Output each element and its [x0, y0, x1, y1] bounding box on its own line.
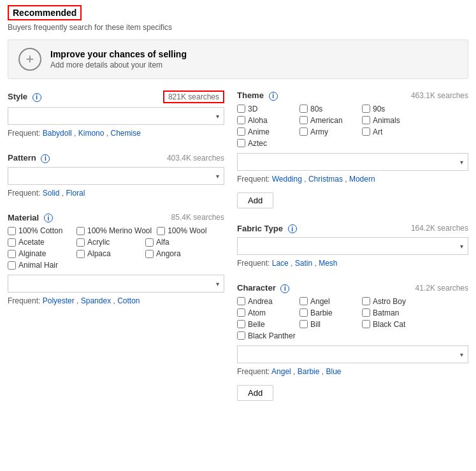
- material-checkbox-item[interactable]: Animal Hair: [8, 261, 71, 270]
- character-checkbox[interactable]: [237, 308, 245, 317]
- theme-checkbox[interactable]: [299, 127, 308, 136]
- material-checkbox-item[interactable]: Acrylic: [76, 238, 140, 247]
- theme-checkbox-item[interactable]: Aztec: [237, 139, 294, 148]
- character-checkbox-item[interactable]: Batman: [362, 308, 419, 317]
- improve-icon[interactable]: +: [18, 48, 41, 71]
- theme-dropdown[interactable]: [237, 153, 468, 171]
- pattern-info-icon[interactable]: i: [41, 154, 50, 163]
- character-checkbox-label: Belle: [248, 320, 265, 329]
- material-info-icon[interactable]: i: [44, 214, 53, 222]
- theme-checkbox-item[interactable]: Animals: [362, 116, 419, 125]
- theme-checkbox-item[interactable]: Anime: [237, 127, 294, 136]
- style-link-babydoll[interactable]: Babydoll: [43, 129, 72, 138]
- theme-checkbox[interactable]: [299, 105, 308, 113]
- character-checkbox[interactable]: [362, 297, 370, 305]
- style-info-icon[interactable]: i: [32, 93, 41, 102]
- theme-checkbox[interactable]: [237, 127, 245, 136]
- theme-checkbox[interactable]: [237, 116, 245, 124]
- theme-checkbox-label: Army: [310, 127, 328, 136]
- material-checkbox[interactable]: [76, 250, 85, 258]
- material-checkbox[interactable]: [8, 250, 16, 258]
- character-checkbox[interactable]: [237, 320, 245, 328]
- character-checkbox[interactable]: [299, 297, 308, 305]
- theme-checkbox-item[interactable]: Art: [362, 127, 419, 136]
- fabric-type-link-satin[interactable]: Satin: [295, 259, 312, 268]
- theme-checkbox-item[interactable]: American: [299, 116, 357, 125]
- character-checkbox-item[interactable]: Angel: [299, 297, 357, 306]
- theme-checkbox[interactable]: [237, 105, 245, 113]
- material-checkbox[interactable]: [8, 261, 16, 270]
- character-checkbox[interactable]: [362, 308, 370, 317]
- character-checkbox-item[interactable]: Black Cat: [362, 320, 419, 329]
- style-link-kimono[interactable]: Kimono: [78, 129, 105, 138]
- character-link-barbie[interactable]: Barbie: [298, 367, 320, 376]
- material-section: Material i 85.4K searches 100% Cotton 10…: [8, 213, 224, 306]
- material-checkbox-item[interactable]: Alfa: [145, 238, 209, 247]
- fabric-type-link-mesh[interactable]: Mesh: [319, 259, 337, 268]
- theme-checkbox-item[interactable]: Aloha: [237, 116, 294, 125]
- material-label: Material: [8, 213, 39, 222]
- material-checkbox[interactable]: [76, 238, 85, 247]
- material-checkbox-item[interactable]: Acetate: [8, 238, 71, 247]
- theme-checkbox[interactable]: [237, 139, 245, 147]
- character-link-angel[interactable]: Angel: [271, 367, 291, 376]
- material-checkbox[interactable]: [145, 238, 154, 247]
- theme-checkbox-item[interactable]: 3D: [237, 105, 294, 113]
- character-frequent: Frequent: Angel , Barbie , Blue: [237, 367, 468, 376]
- theme-checkbox-item[interactable]: 80s: [299, 105, 357, 113]
- character-add-button[interactable]: Add: [237, 385, 273, 401]
- character-checkbox[interactable]: [237, 331, 245, 340]
- material-checkbox[interactable]: [8, 238, 16, 247]
- character-link-blue[interactable]: Blue: [326, 367, 341, 376]
- material-checkbox-item[interactable]: 100% Wool: [157, 226, 220, 235]
- pattern-link-floral[interactable]: Floral: [66, 189, 85, 198]
- material-checkbox-item[interactable]: Alginate: [8, 249, 71, 258]
- character-checkbox-item[interactable]: Black Panther: [237, 331, 296, 340]
- character-checkbox-item[interactable]: Astro Boy: [362, 297, 419, 306]
- material-checkbox[interactable]: [157, 227, 165, 235]
- character-checkbox-item[interactable]: Andrea: [237, 297, 294, 306]
- pattern-searches: 403.4K searches: [167, 154, 224, 163]
- character-dropdown[interactable]: [237, 345, 468, 363]
- character-checkbox-item[interactable]: Bill: [299, 320, 357, 329]
- fabric-type-dropdown[interactable]: [237, 237, 468, 255]
- character-checkbox[interactable]: [299, 320, 308, 328]
- style-dropdown[interactable]: [8, 107, 224, 125]
- theme-link-christmas[interactable]: Christmas: [308, 175, 343, 184]
- material-link-cotton[interactable]: Cotton: [117, 296, 140, 305]
- style-frequent: Frequent: Babydoll , Kimono , Chemise: [8, 129, 224, 138]
- character-checkbox-item[interactable]: Belle: [237, 320, 294, 329]
- theme-info-icon[interactable]: i: [269, 92, 278, 101]
- character-checkbox-item[interactable]: Atom: [237, 308, 294, 317]
- character-checkbox[interactable]: [237, 297, 245, 305]
- material-checkbox-item[interactable]: 100% Merino Wool: [76, 226, 152, 235]
- pattern-dropdown[interactable]: [8, 167, 224, 185]
- theme-checkbox[interactable]: [362, 127, 370, 136]
- material-checkbox[interactable]: [145, 250, 154, 258]
- material-link-polyester[interactable]: Polyester: [43, 296, 75, 305]
- theme-checkbox[interactable]: [362, 116, 370, 124]
- theme-add-button[interactable]: Add: [237, 192, 273, 208]
- style-link-chemise[interactable]: Chemise: [110, 129, 140, 138]
- character-info-icon[interactable]: i: [280, 284, 289, 293]
- theme-checkbox[interactable]: [362, 105, 370, 113]
- character-checkbox-item[interactable]: Barbie: [299, 308, 357, 317]
- character-checkbox[interactable]: [362, 320, 370, 328]
- theme-link-wedding[interactable]: Wedding: [272, 175, 302, 184]
- theme-checkbox-item[interactable]: 90s: [362, 105, 419, 113]
- fabric-type-info-icon[interactable]: i: [288, 224, 297, 233]
- material-link-spandex[interactable]: Spandex: [81, 296, 111, 305]
- material-checkbox[interactable]: [76, 227, 85, 235]
- theme-link-modern[interactable]: Modern: [349, 175, 375, 184]
- material-checkbox-item[interactable]: Alpaca: [76, 249, 140, 258]
- character-label: Character: [237, 283, 276, 293]
- theme-checkbox[interactable]: [299, 116, 308, 124]
- material-dropdown[interactable]: [8, 275, 224, 293]
- material-checkbox-item[interactable]: 100% Cotton: [8, 226, 71, 235]
- material-checkbox-item[interactable]: Angora: [145, 249, 209, 258]
- character-checkbox[interactable]: [299, 308, 308, 317]
- fabric-type-link-lace[interactable]: Lace: [272, 259, 289, 268]
- material-checkbox[interactable]: [8, 227, 16, 235]
- theme-checkbox-item[interactable]: Army: [299, 127, 357, 136]
- pattern-link-solid[interactable]: Solid: [43, 189, 60, 198]
